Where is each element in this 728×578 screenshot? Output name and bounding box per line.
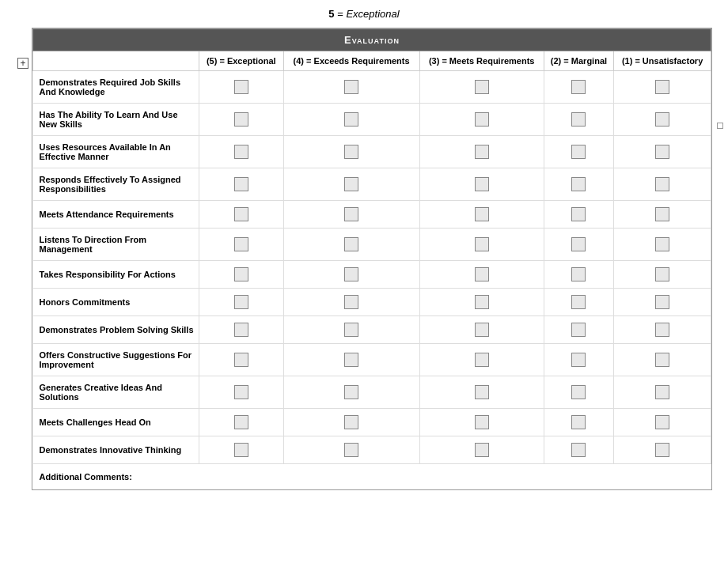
checkbox-cell (283, 376, 419, 409)
checkbox[interactable] (571, 145, 586, 159)
checkbox[interactable] (571, 177, 586, 191)
table-row: Uses Resources Available In An Effective… (33, 136, 711, 168)
expand-icon[interactable]: + (17, 58, 28, 69)
checkbox[interactable] (234, 443, 248, 457)
checkbox[interactable] (655, 112, 669, 127)
checkbox-cell (419, 344, 544, 376)
checkbox[interactable] (234, 145, 248, 159)
checkbox-cell (614, 409, 711, 436)
checkbox[interactable] (344, 145, 358, 159)
checkbox[interactable] (655, 267, 669, 281)
table-row: Demonstrates Innovative Thinking (33, 436, 711, 464)
checkbox-cell (419, 229, 544, 261)
additional-comments-row: Additional Comments: (33, 464, 711, 490)
row-label-13: Demonstrates Innovative Thinking (33, 436, 199, 464)
checkbox-cell (614, 104, 711, 136)
checkbox-cell (544, 136, 613, 168)
checkbox[interactable] (475, 353, 489, 367)
checkbox[interactable] (234, 267, 248, 281)
checkbox[interactable] (234, 80, 248, 94)
resize-handle[interactable] (717, 123, 723, 129)
checkbox[interactable] (475, 80, 489, 94)
checkbox[interactable] (571, 207, 586, 221)
checkbox-cell (199, 261, 284, 289)
col-header-5: (5) = Exceptional (199, 51, 284, 71)
checkbox[interactable] (655, 177, 669, 191)
checkbox[interactable] (344, 237, 358, 251)
checkbox[interactable] (234, 237, 248, 251)
checkbox[interactable] (655, 323, 669, 337)
checkbox[interactable] (571, 267, 586, 281)
checkbox[interactable] (475, 112, 489, 127)
checkbox-cell (419, 289, 544, 316)
checkbox-cell (614, 344, 711, 376)
checkbox[interactable] (344, 80, 358, 94)
checkbox-cell (419, 436, 544, 464)
table-row: Listens To Direction From Management (33, 229, 711, 261)
evaluation-table: Evaluation (5) = Exceptional (4) = Excee… (32, 28, 711, 489)
checkbox-cell (283, 316, 419, 344)
checkbox[interactable] (571, 112, 586, 127)
checkbox[interactable] (344, 267, 358, 281)
checkbox-cell (199, 316, 284, 344)
checkbox-cell (614, 376, 711, 409)
checkbox[interactable] (475, 267, 489, 281)
checkbox[interactable] (655, 353, 669, 367)
checkbox[interactable] (571, 385, 586, 399)
checkbox[interactable] (475, 207, 489, 221)
checkbox-cell (283, 344, 419, 376)
checkbox[interactable] (475, 415, 489, 429)
checkbox[interactable] (571, 415, 586, 429)
checkbox[interactable] (475, 443, 489, 457)
checkbox-cell (544, 261, 613, 289)
checkbox[interactable] (475, 385, 489, 399)
checkbox-cell (544, 71, 613, 104)
checkbox[interactable] (655, 385, 669, 399)
checkbox-cell (283, 409, 419, 436)
checkbox[interactable] (571, 237, 586, 251)
checkbox[interactable] (344, 385, 358, 399)
checkbox[interactable] (234, 177, 248, 191)
checkbox-cell (283, 436, 419, 464)
checkbox-cell (283, 261, 419, 289)
checkbox[interactable] (655, 443, 669, 457)
checkbox[interactable] (234, 415, 248, 429)
checkbox[interactable] (475, 323, 489, 337)
checkbox[interactable] (234, 323, 248, 337)
checkbox-cell (419, 261, 544, 289)
checkbox[interactable] (655, 237, 669, 251)
checkbox[interactable] (655, 80, 669, 94)
checkbox[interactable] (475, 295, 489, 309)
checkbox[interactable] (234, 207, 248, 221)
evaluation-title: Evaluation (33, 29, 711, 51)
col-header-3: (3) = Meets Requirements (419, 51, 544, 71)
checkbox[interactable] (344, 177, 358, 191)
checkbox[interactable] (655, 415, 669, 429)
checkbox[interactable] (571, 295, 586, 309)
checkbox[interactable] (571, 80, 586, 94)
checkbox[interactable] (234, 353, 248, 367)
checkbox-cell (544, 229, 613, 261)
checkbox[interactable] (344, 323, 358, 337)
checkbox[interactable] (234, 295, 248, 309)
checkbox[interactable] (234, 385, 248, 399)
checkbox[interactable] (571, 353, 586, 367)
checkbox[interactable] (344, 295, 358, 309)
checkbox[interactable] (344, 443, 358, 457)
checkbox[interactable] (475, 177, 489, 191)
checkbox[interactable] (571, 323, 586, 337)
checkbox-cell (614, 289, 711, 316)
checkbox[interactable] (655, 145, 669, 159)
checkbox[interactable] (344, 415, 358, 429)
checkbox[interactable] (475, 145, 489, 159)
checkbox[interactable] (234, 112, 248, 127)
table-row: Has The Ability To Learn And Use New Ski… (33, 104, 711, 136)
checkbox[interactable] (475, 237, 489, 251)
checkbox[interactable] (344, 112, 358, 127)
checkbox[interactable] (571, 443, 586, 457)
checkbox[interactable] (655, 295, 669, 309)
evaluation-table-wrapper: Evaluation (5) = Exceptional (4) = Excee… (32, 28, 712, 490)
checkbox[interactable] (344, 353, 358, 367)
checkbox[interactable] (344, 207, 358, 221)
checkbox[interactable] (655, 207, 669, 221)
